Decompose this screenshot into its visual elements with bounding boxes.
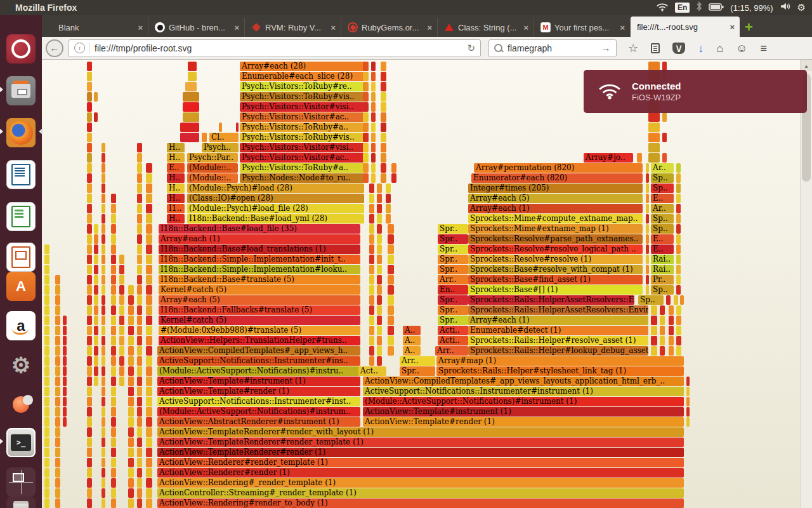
- flame-frame[interactable]: [676, 214, 681, 224]
- flame-frame[interactable]: [55, 417, 60, 427]
- flame-frame[interactable]: [381, 163, 386, 173]
- flame-frame[interactable]: [377, 316, 382, 325]
- flame-frame[interactable]: [111, 438, 116, 447]
- flame-frame[interactable]: [102, 448, 105, 457]
- flame-frame[interactable]: I18n::Backend::Simple::Implementation#lo…: [159, 265, 360, 274]
- flame-frame[interactable]: [44, 387, 49, 396]
- search-go-icon[interactable]: →: [601, 43, 611, 54]
- flame-frame[interactable]: [377, 194, 382, 203]
- flame-frame[interactable]: [676, 346, 681, 356]
- flame-frame[interactable]: [377, 255, 382, 264]
- flame-frame[interactable]: ActiveSupport::Notifications::Instrument…: [157, 356, 360, 366]
- flame-frame[interactable]: [128, 356, 134, 366]
- flame-frame[interactable]: [146, 448, 152, 457]
- flame-frame[interactable]: [363, 143, 369, 152]
- flame-frame[interactable]: [63, 407, 67, 417]
- flame-frame[interactable]: [87, 123, 92, 132]
- flame-frame[interactable]: [102, 194, 105, 203]
- flame-frame[interactable]: [87, 387, 92, 396]
- flame-frame[interactable]: [94, 295, 98, 305]
- flame-frame[interactable]: [128, 397, 134, 406]
- flame-frame[interactable]: Sp..: [638, 295, 664, 305]
- flame-frame[interactable]: [111, 224, 116, 234]
- flame-frame[interactable]: [111, 336, 116, 345]
- flame-frame[interactable]: [87, 438, 92, 447]
- flame-frame[interactable]: [63, 377, 67, 386]
- flame-frame[interactable]: [377, 234, 382, 244]
- flame-frame[interactable]: [119, 305, 124, 315]
- tab-close-icon[interactable]: ×: [234, 23, 239, 32]
- launcher-item-libreoffice-writer[interactable]: [5, 159, 37, 190]
- flame-frame[interactable]: Array#permutation (820): [474, 163, 643, 173]
- flame-frame[interactable]: [128, 387, 134, 396]
- flame-frame[interactable]: [128, 336, 134, 345]
- flame-frame[interactable]: Psych..: [202, 143, 239, 152]
- flame-frame[interactable]: [94, 234, 98, 244]
- flame-frame[interactable]: [146, 498, 152, 508]
- flame-frame[interactable]: (Module::ActiveSupport::Notifications)#i…: [363, 397, 684, 406]
- flame-frame[interactable]: [646, 285, 649, 295]
- flame-frame[interactable]: [111, 305, 116, 315]
- flame-frame[interactable]: [55, 407, 60, 417]
- flame-frame[interactable]: I18n::Backend::Simple::Implementation#in…: [159, 255, 360, 264]
- flame-frame[interactable]: [369, 275, 374, 284]
- flame-frame[interactable]: [102, 204, 105, 213]
- flame-frame[interactable]: [94, 285, 98, 295]
- flame-frame[interactable]: [128, 427, 134, 437]
- tab-close-icon[interactable]: ×: [138, 23, 143, 32]
- flame-frame[interactable]: [87, 194, 92, 203]
- flame-frame[interactable]: [102, 387, 105, 396]
- flame-frame[interactable]: [119, 377, 124, 386]
- flame-frame[interactable]: [648, 133, 660, 142]
- new-tab-button[interactable]: +: [745, 19, 753, 36]
- flame-frame[interactable]: [102, 153, 105, 163]
- flame-frame[interactable]: Sp..: [651, 285, 674, 295]
- flame-frame[interactable]: [87, 244, 92, 254]
- flame-frame[interactable]: [55, 468, 60, 478]
- flame-frame[interactable]: Spr..: [438, 224, 468, 234]
- flame-frame[interactable]: [676, 224, 681, 234]
- flame-frame[interactable]: [128, 438, 134, 447]
- flame-frame[interactable]: [369, 265, 374, 274]
- flame-frame[interactable]: ActionView::Template#instrument (1): [363, 407, 684, 417]
- flame-frame[interactable]: [44, 468, 49, 478]
- flame-frame[interactable]: ActiveSupport::Notifications::Instrument…: [157, 397, 360, 406]
- flame-frame[interactable]: Sprockets::Base#resolve_with_compat (1): [468, 265, 643, 274]
- flame-frame[interactable]: [381, 82, 386, 91]
- flame-frame[interactable]: [102, 427, 105, 437]
- flame-frame[interactable]: [87, 72, 92, 81]
- url-bar[interactable]: i file:///tmp/profile-root.svg ↻: [69, 39, 481, 57]
- flame-frame[interactable]: [388, 336, 394, 345]
- flame-frame[interactable]: [137, 163, 142, 173]
- flame-frame[interactable]: [44, 407, 49, 417]
- flame-frame[interactable]: [377, 285, 382, 295]
- flame-frame[interactable]: Sprockets::Rails::HelperAssetResolvers::…: [468, 305, 648, 315]
- flame-frame[interactable]: [646, 214, 649, 224]
- flame-frame[interactable]: [128, 366, 134, 376]
- flame-frame[interactable]: [146, 214, 152, 224]
- flame-frame[interactable]: [102, 163, 105, 173]
- flame-frame[interactable]: [386, 204, 391, 213]
- flame-frame[interactable]: [137, 305, 142, 315]
- flame-frame[interactable]: Spr..: [400, 366, 435, 376]
- flame-frame[interactable]: [55, 387, 60, 396]
- launcher-item-libreoffice-impress[interactable]: [5, 241, 37, 273]
- flame-frame[interactable]: [388, 295, 394, 305]
- flame-frame[interactable]: [391, 163, 396, 173]
- flame-frame[interactable]: [102, 326, 105, 335]
- flame-frame[interactable]: Arr..: [400, 356, 435, 366]
- flame-frame[interactable]: Arr..: [435, 346, 468, 356]
- flame-frame[interactable]: [660, 346, 665, 356]
- flame-frame[interactable]: Spr..: [438, 265, 468, 274]
- flame-frame[interactable]: [44, 427, 49, 437]
- flame-frame[interactable]: [676, 194, 681, 203]
- flame-frame[interactable]: [55, 295, 60, 305]
- flame-frame[interactable]: [371, 163, 376, 173]
- flame-frame[interactable]: [102, 224, 105, 234]
- flame-frame[interactable]: [111, 295, 116, 305]
- flame-frame[interactable]: [94, 244, 98, 254]
- flame-frame[interactable]: [137, 265, 142, 274]
- flame-frame[interactable]: Sp..: [651, 224, 674, 234]
- flame-frame[interactable]: Array#each (1): [468, 316, 648, 325]
- flame-frame[interactable]: [137, 458, 142, 467]
